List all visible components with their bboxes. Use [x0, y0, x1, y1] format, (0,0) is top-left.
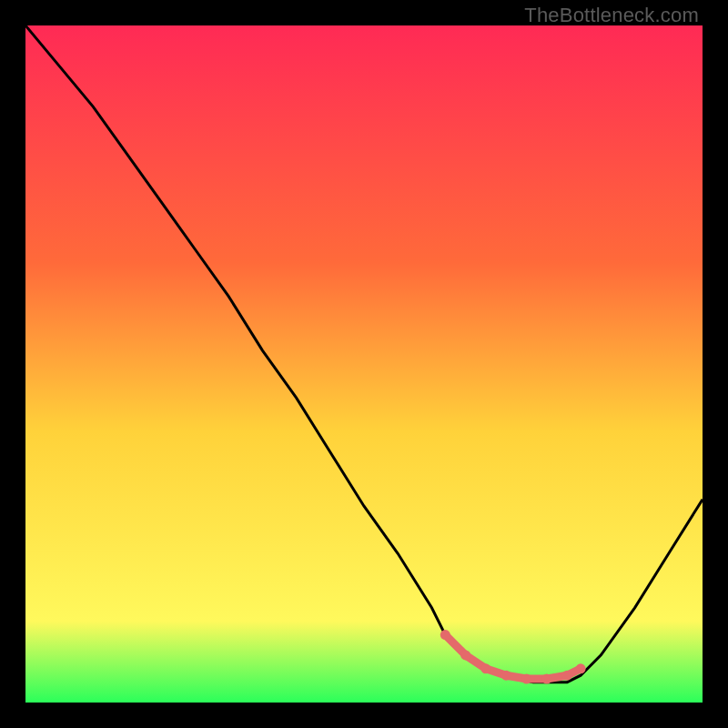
- chart-frame: [25, 25, 703, 703]
- marker-dot: [562, 671, 572, 681]
- marker-dot: [480, 663, 490, 673]
- marker-dot: [521, 674, 531, 684]
- bottleneck-chart: [25, 25, 703, 703]
- marker-dot: [501, 671, 511, 681]
- marker-dot: [440, 630, 450, 640]
- marker-dot: [541, 674, 551, 684]
- watermark-text: TheBottleneck.com: [524, 4, 699, 27]
- gradient-background: [25, 25, 703, 703]
- marker-dot: [460, 650, 470, 660]
- marker-dot: [576, 663, 586, 673]
